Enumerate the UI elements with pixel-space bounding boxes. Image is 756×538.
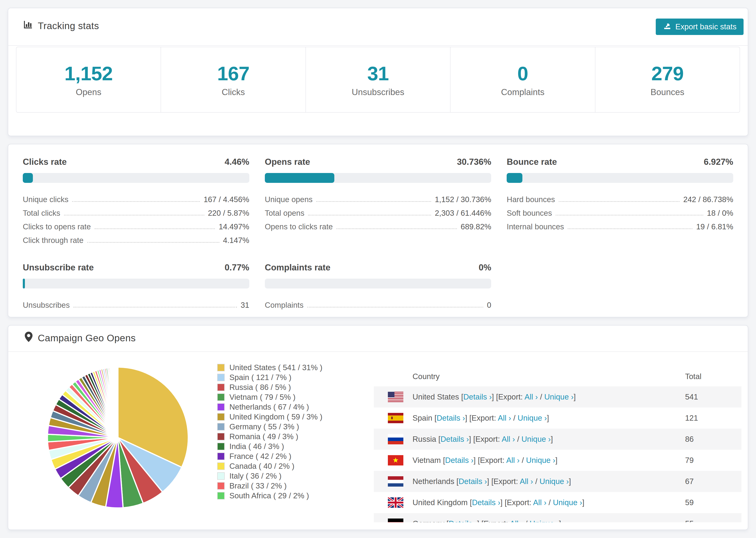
rate-progress-bar bbox=[265, 173, 491, 183]
geo-table-rows[interactable]: United States [Details ›] [Export: All ›… bbox=[374, 386, 741, 522]
column-header-total: Total bbox=[685, 372, 741, 381]
dotted-leader bbox=[337, 228, 457, 229]
legend-item-south-africa: South Africa ( 29 / 2% ) bbox=[217, 491, 322, 501]
nl-flag-icon bbox=[388, 476, 404, 487]
rate-value: 0% bbox=[479, 263, 491, 273]
dotted-leader bbox=[308, 215, 431, 215]
rate-detail-label: Internal bounces bbox=[507, 222, 564, 231]
export-unique-link[interactable]: Unique › bbox=[544, 393, 573, 401]
dotted-leader bbox=[87, 242, 219, 243]
geo-table-row-gb: United Kingdom [Details ›] [Export: All … bbox=[374, 492, 741, 513]
rate-detail-row: Complaints0 bbox=[265, 296, 491, 310]
legend-label: Spain ( 121 / 7% ) bbox=[229, 373, 291, 382]
geo-table-row-ru: Russia [Details ›] [Export: All › / Uniq… bbox=[374, 429, 741, 450]
export-unique-link[interactable]: Unique › bbox=[540, 477, 569, 486]
dotted-leader bbox=[64, 215, 204, 215]
stat-value: 31 bbox=[367, 62, 389, 85]
geo-table-header: Country Total bbox=[374, 367, 741, 386]
rate-detail-label: Unsubscribes bbox=[23, 301, 70, 310]
details-link[interactable]: Details › bbox=[459, 477, 487, 486]
geo-table-row-de: Germany [Details ›] [Export: All › / Uni… bbox=[374, 513, 741, 522]
rate-detail-value: 14.497% bbox=[219, 222, 249, 231]
column-header-country: Country bbox=[374, 372, 685, 381]
rate-progress-fill bbox=[507, 173, 522, 183]
rate-block-complaints-rate: Complaints rate0%Complaints0 bbox=[265, 263, 491, 310]
export-all-link[interactable]: All › bbox=[506, 456, 519, 464]
stat-value: 0 bbox=[517, 62, 528, 85]
export-all-link[interactable]: All › bbox=[510, 519, 523, 522]
dotted-leader bbox=[307, 307, 483, 307]
rate-title-row: Opens rate30.736% bbox=[265, 157, 491, 167]
rates-card: Clicks rate4.46%Unique clicks167 / 4.456… bbox=[8, 144, 748, 317]
stat-label: Complaints bbox=[501, 87, 544, 97]
legend-item-vietnam: Vietnam ( 79 / 5% ) bbox=[217, 392, 322, 402]
rate-detail-value: 220 / 5.87% bbox=[208, 209, 249, 218]
export-all-link[interactable]: All › bbox=[502, 435, 515, 443]
rate-detail-row: Click through rate4.147% bbox=[23, 231, 249, 245]
row-country-cell: Spain [Details ›] [Export: All › / Uniqu… bbox=[412, 413, 685, 422]
details-link[interactable]: Details › bbox=[441, 435, 469, 443]
rate-detail-row: Total opens2,303 / 61.446% bbox=[265, 204, 491, 218]
tracking-stats-title: Tracking stats bbox=[23, 20, 99, 32]
geo-table-row-es: Spain [Details ›] [Export: All › / Uniqu… bbox=[374, 407, 741, 429]
details-link[interactable]: Details › bbox=[472, 498, 500, 507]
row-total-cell: 67 bbox=[685, 477, 741, 486]
rate-title-row: Unsubscribe rate0.77% bbox=[23, 263, 249, 273]
export-all-link[interactable]: All › bbox=[524, 393, 538, 401]
export-unique-link[interactable]: Unique › bbox=[518, 413, 547, 422]
export-basic-stats-button[interactable]: Export basic stats bbox=[656, 19, 743, 35]
rate-progress-fill bbox=[265, 173, 335, 183]
pie-slice-53 bbox=[118, 367, 118, 438]
export-all-link[interactable]: All › bbox=[520, 477, 533, 486]
dotted-leader bbox=[72, 201, 200, 202]
bar-chart-icon bbox=[23, 20, 33, 32]
legend-item-france: France ( 42 / 2% ) bbox=[217, 452, 322, 461]
geo-opens-pie-chart bbox=[45, 365, 190, 510]
export-unique-link[interactable]: Unique › bbox=[530, 519, 559, 522]
rate-detail-rows: Unique clicks167 / 4.456%Total clicks220… bbox=[23, 190, 249, 245]
rate-detail-label: Opens to clicks rate bbox=[265, 222, 333, 231]
legend-label: Germany ( 55 / 3% ) bbox=[229, 422, 299, 431]
rate-detail-label: Complaints bbox=[265, 301, 303, 310]
rate-detail-label: Click through rate bbox=[23, 236, 83, 245]
legend-color-chip bbox=[217, 443, 225, 450]
details-link[interactable]: Details › bbox=[437, 413, 465, 422]
export-unique-link[interactable]: Unique › bbox=[521, 435, 551, 443]
rate-detail-value: 31 bbox=[241, 301, 249, 310]
row-country-cell: Germany [Details ›] [Export: All › / Uni… bbox=[412, 519, 685, 522]
legend-label: Netherlands ( 67 / 4% ) bbox=[229, 403, 309, 411]
legend-label: Italy ( 36 / 2% ) bbox=[229, 471, 282, 480]
stat-unsubscribes: 31Unsubscribes bbox=[306, 47, 451, 112]
pie-legend: United States ( 541 / 31% )Spain ( 121 /… bbox=[217, 363, 322, 501]
rates-grid: Clicks rate4.46%Unique clicks167 / 4.456… bbox=[8, 144, 748, 310]
row-country-cell: United States [Details ›] [Export: All ›… bbox=[412, 393, 685, 402]
export-unique-link[interactable]: Unique › bbox=[526, 456, 556, 464]
ru-flag-icon bbox=[388, 434, 404, 444]
rate-title: Unsubscribe rate bbox=[23, 263, 94, 273]
details-link[interactable]: Details › bbox=[463, 393, 492, 401]
legend-item-netherlands: Netherlands ( 67 / 4% ) bbox=[217, 402, 322, 412]
rate-block-opens-rate: Opens rate30.736%Unique opens1,152 / 30.… bbox=[265, 157, 491, 245]
legend-color-chip bbox=[217, 384, 225, 391]
rate-block-unsubscribe-rate: Unsubscribe rate0.77%Unsubscribes31 bbox=[23, 263, 249, 310]
legend-label: Russia ( 86 / 5% ) bbox=[229, 383, 291, 392]
stat-value: 167 bbox=[217, 62, 249, 85]
rate-title-row: Complaints rate0% bbox=[265, 263, 491, 273]
export-all-link[interactable]: All › bbox=[498, 413, 511, 422]
stat-label: Clicks bbox=[222, 87, 245, 97]
legend-item-russia: Russia ( 86 / 5% ) bbox=[217, 382, 322, 392]
rate-progress-bar bbox=[507, 173, 733, 183]
legend-item-canada: Canada ( 40 / 2% ) bbox=[217, 461, 322, 471]
export-all-link[interactable]: All › bbox=[533, 498, 547, 507]
stat-opens: 1,152Opens bbox=[17, 47, 161, 112]
rate-detail-row: Unsubscribes31 bbox=[23, 296, 249, 310]
legend-color-chip bbox=[217, 374, 225, 381]
row-total-cell: 59 bbox=[685, 498, 741, 507]
details-link[interactable]: Details › bbox=[445, 456, 473, 464]
legend-item-brazil: Brazil ( 33 / 2% ) bbox=[217, 481, 322, 491]
legend-label: South Africa ( 29 / 2% ) bbox=[229, 491, 309, 500]
export-unique-link[interactable]: Unique › bbox=[553, 498, 582, 507]
rate-detail-rows: Hard bounces242 / 86.738%Soft bounces18 … bbox=[507, 190, 733, 231]
details-link[interactable]: Details › bbox=[449, 519, 477, 522]
rate-detail-row: Unique clicks167 / 4.456% bbox=[23, 190, 249, 204]
